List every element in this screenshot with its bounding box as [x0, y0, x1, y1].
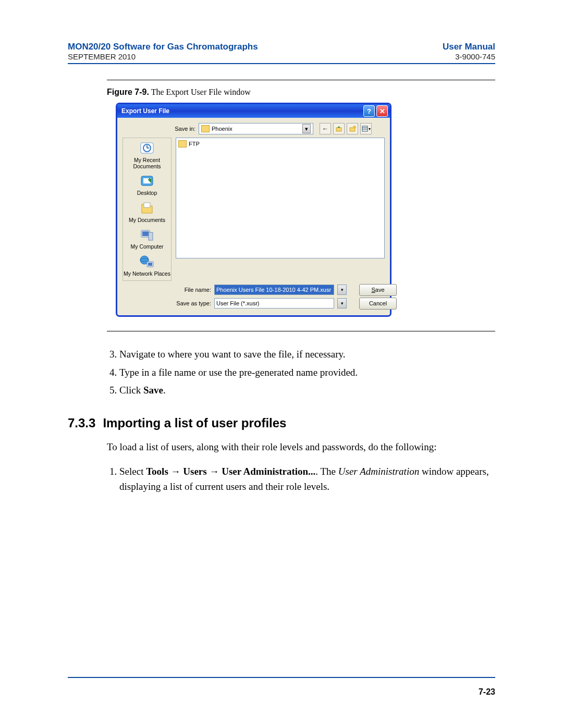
place-mycomp-label: My Computer	[130, 243, 163, 250]
figure-block: Figure 7-9. The Export User File window …	[107, 80, 495, 331]
svg-rect-0	[336, 128, 341, 131]
section-body: To load a list of users, along with thei…	[107, 440, 495, 495]
place-mydocs[interactable]: My Documents	[123, 199, 171, 226]
filename-input[interactable]: Phoenix Users File 10-18-2010 4-42 PM.xu…	[214, 285, 334, 295]
folder-icon	[201, 125, 210, 132]
step-4: Type in a file name or use the pre-gener…	[119, 365, 495, 380]
step-b1: Select Tools → Users → User Administrati…	[119, 464, 495, 494]
file-item-ftp[interactable]: FTP	[178, 140, 382, 147]
svg-point-2	[353, 126, 356, 129]
place-recent-label: My Recent Documents	[133, 157, 161, 169]
help-button[interactable]: ?	[363, 105, 375, 117]
save-button[interactable]: Save	[359, 284, 397, 296]
folder-icon	[178, 140, 187, 147]
figure-caption: Figure 7-9. The Export User File window	[107, 88, 495, 97]
filename-label: File name:	[175, 287, 211, 293]
savein-label: Save in:	[169, 126, 195, 132]
page-number: 7-23	[479, 687, 495, 696]
place-mycomp[interactable]: My Computer	[123, 226, 171, 253]
chevron-down-icon[interactable]: ▾	[302, 124, 311, 133]
svg-rect-3	[362, 126, 368, 131]
saveastype-dropdown[interactable]: ▾	[337, 298, 347, 309]
place-recent[interactable]: My Recent Documents	[123, 139, 171, 172]
savein-combo[interactable]: Phoenix ▾	[199, 123, 313, 134]
saveastype-label: Save as type:	[175, 300, 211, 306]
close-button[interactable]: ✕	[376, 105, 388, 117]
place-mynet[interactable]: My Network Places	[123, 253, 171, 280]
svg-rect-15	[149, 232, 153, 240]
up-one-level-icon[interactable]	[333, 123, 345, 134]
figure-caption-text: The Export User File window	[151, 88, 251, 96]
section-number: 7.3.3	[68, 416, 95, 430]
back-icon[interactable]: ←	[320, 123, 331, 134]
body-text: Navigate to where you want to save the f…	[107, 347, 495, 398]
svg-rect-12	[144, 203, 150, 207]
place-mynet-label: My Network Places	[124, 270, 170, 277]
section-heading: 7.3.3 Importing a list of user profiles	[68, 416, 495, 430]
header-title-right: User Manual	[443, 42, 495, 52]
dialog-title: Export User File	[121, 107, 169, 115]
filename-dropdown[interactable]: ▾	[337, 285, 347, 295]
file-list-area[interactable]: FTP	[176, 138, 385, 258]
place-desktop-label: Desktop	[137, 190, 157, 196]
place-mydocs-label: My Documents	[129, 217, 165, 223]
header-title-left: MON20/20 Software for Gas Chromatographs	[68, 42, 258, 52]
saveastype-input[interactable]: User File (*.xusr)	[214, 298, 334, 309]
export-user-file-dialog: Export User File ? ✕ Save in: Phoenix ▾ …	[116, 103, 391, 316]
savein-value: Phoenix	[212, 126, 232, 132]
dialog-titlebar[interactable]: Export User File ? ✕	[117, 104, 390, 118]
svg-rect-19	[148, 263, 152, 266]
step-3: Navigate to where you want to save the f…	[119, 347, 495, 362]
page-header: MON20/20 Software for Gas Chromatographs…	[68, 42, 495, 64]
place-desktop[interactable]: Desktop	[123, 172, 171, 199]
cancel-button[interactable]: Cancel	[359, 298, 397, 310]
places-bar: My Recent Documents Desktop	[123, 138, 172, 281]
new-folder-icon[interactable]	[347, 123, 358, 134]
step-5: Click Save.	[119, 383, 495, 398]
views-icon[interactable]: ▾	[360, 123, 372, 134]
page-footer: 7-23	[68, 677, 495, 697]
file-item-label: FTP	[189, 141, 200, 147]
svg-rect-14	[142, 231, 149, 236]
header-docnum: 3-9000-745	[443, 52, 495, 61]
intro-para: To load a list of users, along with thei…	[107, 440, 495, 455]
figure-label: Figure 7-9.	[107, 88, 149, 96]
header-date: SEPTEMBER 2010	[68, 52, 258, 61]
section-title: Importing a list of user profiles	[103, 416, 286, 430]
